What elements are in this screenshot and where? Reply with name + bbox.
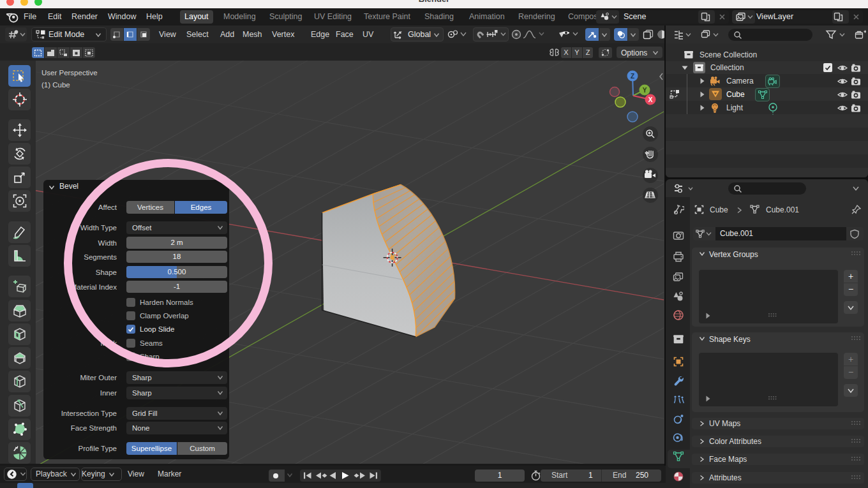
svg-text:Y: Y xyxy=(643,87,647,94)
svg-text:X: X xyxy=(648,96,653,103)
svg-text:Z: Z xyxy=(631,73,634,80)
svg-text:(1) Cube: (1) Cube xyxy=(41,81,70,89)
svg-text:User Perspective: User Perspective xyxy=(41,69,98,77)
